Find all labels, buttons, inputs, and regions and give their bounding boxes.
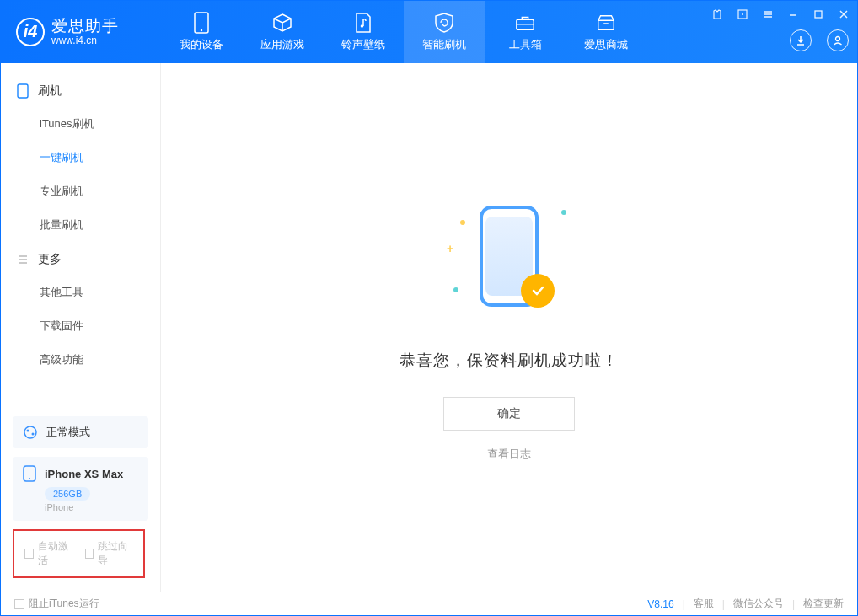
tab-store[interactable]: 爱思商城 [566,1,646,63]
sidebar-head-flash: 刷机 [1,78,160,107]
success-graphic: + [442,193,576,328]
checkbox-icon [85,549,94,559]
checkbox-icon [24,549,34,559]
app-header: i4 爱思助手 www.i4.cn 我的设备 应用游戏 铃声壁纸 智能刷机 工具… [1,1,857,63]
tab-label: 铃声壁纸 [341,38,385,52]
device-name: iPhone XS Max [45,468,123,480]
sidebar-section-flash: 刷机 iTunes刷机 一键刷机 专业刷机 批量刷机 [1,78,160,242]
logo-area[interactable]: i4 爱思助手 www.i4.cn [1,17,161,47]
header-action-icons [790,29,849,51]
confirm-button[interactable]: 确定 [443,397,575,431]
checkbox-icon [14,599,24,609]
mode-card[interactable]: 正常模式 [13,416,148,448]
separator: | [683,598,685,610]
body-wrap: 刷机 iTunes刷机 一键刷机 专业刷机 批量刷机 更多 其他工具 下载固件 … [1,63,857,592]
music-file-icon [353,13,373,33]
mode-label: 正常模式 [46,425,90,440]
section-title: 更多 [38,252,62,267]
app-url: www.i4.cn [51,35,119,47]
version-label: V8.16 [647,598,673,610]
view-log-link[interactable]: 查看日志 [487,447,531,462]
cube-icon [272,13,292,33]
footer-link-update[interactable]: 检查更新 [803,597,844,611]
device-card[interactable]: iPhone XS Max 256GB iPhone [13,457,148,521]
close-icon[interactable] [835,6,852,23]
separator: | [792,598,795,610]
phone-icon [191,13,212,33]
tab-toolbox[interactable]: 工具箱 [485,1,566,63]
separator: | [722,598,725,610]
tab-ringtone-wallpaper[interactable]: 铃声壁纸 [323,1,404,63]
sidebar-section-more: 更多 其他工具 下载固件 高级功能 [1,247,160,377]
mode-icon [23,425,38,440]
footer-right: V8.16 | 客服 | 微信公众号 | 检查更新 [647,597,844,611]
device-type: iPhone [45,502,138,512]
logo-text: 爱思助手 www.i4.cn [51,17,119,47]
svg-point-13 [29,478,30,479]
svg-point-6 [742,13,743,15]
logo-icon: i4 [16,18,45,46]
device-phone-icon [23,465,36,482]
download-icon[interactable] [790,29,812,51]
flash-options-highlighted: 自动激活 跳过向导 [13,529,145,578]
main-tabs: 我的设备 应用游戏 铃声壁纸 智能刷机 工具箱 爱思商城 [161,1,646,63]
tab-label: 智能刷机 [422,38,466,52]
svg-point-10 [27,430,29,432]
list-icon [16,253,29,266]
checkbox-skip-guide[interactable]: 跳过向导 [85,539,134,568]
tab-label: 应用游戏 [260,38,304,52]
device-head: iPhone XS Max [23,465,138,482]
sparkle-icon [453,287,458,292]
checkbox-label: 阻止iTunes运行 [29,597,99,611]
plus-icon: + [447,242,453,255]
checkbox-label: 跳过向导 [98,539,133,568]
app-name: 爱思助手 [51,17,119,35]
feedback-icon[interactable] [734,6,751,23]
tab-label: 爱思商城 [584,38,628,52]
window-controls [709,6,852,23]
sidebar-item-itunes-flash[interactable]: iTunes刷机 [1,107,160,141]
sidebar-item-other-tools[interactable]: 其他工具 [1,276,160,309]
sidebar: 刷机 iTunes刷机 一键刷机 专业刷机 批量刷机 更多 其他工具 下载固件 … [1,63,161,592]
user-icon[interactable] [827,29,849,51]
tab-my-device[interactable]: 我的设备 [161,1,242,63]
section-title: 刷机 [38,83,62,99]
sparkle-icon [460,220,465,225]
check-circle-icon [521,274,555,308]
shirt-icon[interactable] [709,6,726,23]
storage-badge: 256GB [45,487,90,501]
footer-link-wechat[interactable]: 微信公众号 [733,597,784,611]
svg-point-1 [201,29,202,30]
svg-point-2 [361,24,364,28]
svg-point-4 [836,37,840,41]
sidebar-item-pro-flash[interactable]: 专业刷机 [1,174,160,208]
tab-label: 工具箱 [509,38,542,52]
store-icon [596,13,616,33]
status-bar: 阻止iTunes运行 V8.16 | 客服 | 微信公众号 | 检查更新 [1,592,857,615]
sidebar-item-batch-flash[interactable]: 批量刷机 [1,208,160,242]
refresh-shield-icon [434,13,454,33]
main-content: + 恭喜您，保资料刷机成功啦！ 确定 查看日志 [161,63,857,592]
sidebar-item-download-firmware[interactable]: 下载固件 [1,309,160,343]
tab-label: 我的设备 [180,38,223,52]
tab-smart-flash[interactable]: 智能刷机 [404,1,485,63]
sidebar-head-more: 更多 [1,247,160,276]
svg-point-9 [24,426,36,438]
maximize-icon[interactable] [810,6,827,23]
svg-rect-7 [815,11,822,18]
menu-icon[interactable] [759,6,776,23]
checkbox-block-itunes[interactable]: 阻止iTunes运行 [14,597,99,611]
checkbox-label: 自动激活 [38,539,73,568]
device-icon [16,84,29,98]
tab-apps-games[interactable]: 应用游戏 [242,1,323,63]
minimize-icon[interactable] [785,6,802,23]
success-message: 恭喜您，保资料刷机成功啦！ [400,350,619,372]
sidebar-item-advanced[interactable]: 高级功能 [1,343,160,377]
footer-link-support[interactable]: 客服 [694,597,714,611]
sidebar-item-oneclick-flash[interactable]: 一键刷机 [1,141,160,174]
svg-point-11 [32,433,35,436]
sparkle-icon [561,210,566,215]
toolbox-icon [515,13,535,33]
checkbox-auto-activate[interactable]: 自动激活 [24,539,73,568]
sidebar-bottom: 正常模式 iPhone XS Max 256GB iPhone 自动激活 跳过向… [1,408,160,592]
